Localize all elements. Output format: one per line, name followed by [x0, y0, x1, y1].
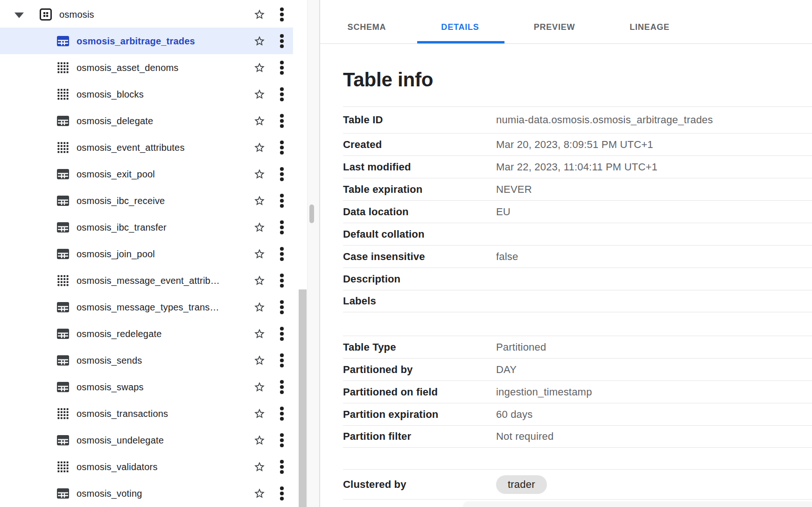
star-button[interactable]	[253, 62, 266, 74]
tree-row-table[interactable]: osmosis_ibc_transfer	[0, 214, 293, 240]
star-button[interactable]	[253, 168, 266, 180]
table-label: osmosis_ibc_transfer	[77, 222, 167, 232]
star-button[interactable]	[253, 88, 266, 100]
info-row: Default collation	[343, 223, 812, 245]
info-label: Default collation	[343, 228, 496, 240]
star-button[interactable]	[253, 35, 266, 47]
tree-row-table[interactable]: osmosis_ibc_receive	[0, 187, 293, 214]
tree-row-table[interactable]: osmosis_sends	[0, 347, 293, 373]
info-value: false	[496, 251, 812, 263]
more-actions-button[interactable]	[276, 113, 287, 129]
more-actions-button[interactable]	[276, 33, 287, 49]
table-label: osmosis_sends	[77, 355, 142, 366]
explorer-tree: osmosis osmosis_arbitrage_tradesosmosis_…	[0, 1, 293, 507]
star-button[interactable]	[253, 301, 266, 313]
dataset-label: osmosis	[59, 9, 94, 20]
star-button[interactable]	[253, 408, 266, 420]
info-label: Last modified	[343, 161, 496, 173]
info-value: Not required	[496, 430, 812, 443]
table-icon	[56, 35, 70, 47]
info-label: Partition filter	[343, 430, 496, 443]
more-actions-button[interactable]	[276, 193, 287, 209]
table-label: osmosis_message_event_attrib…	[77, 275, 220, 286]
more-actions-button[interactable]	[276, 219, 287, 235]
tab-bar-border	[320, 43, 812, 44]
info-value: Partitioned	[496, 341, 812, 353]
tree-row-table[interactable]: osmosis_transactions	[0, 400, 293, 427]
tree-row-table[interactable]: osmosis_undelegate	[0, 427, 293, 453]
expand-arrow-icon[interactable]	[14, 12, 24, 18]
more-actions-button[interactable]	[276, 432, 287, 448]
tab-details[interactable]: DETAILS	[441, 19, 479, 35]
partitioned-table-icon	[56, 88, 70, 100]
more-actions-button[interactable]	[276, 140, 287, 155]
table-label: osmosis_redelegate	[77, 328, 162, 339]
table-info-section: Table IDnumia-data.osmosis.osmosis_arbit…	[343, 106, 812, 312]
star-button[interactable]	[253, 381, 266, 393]
star-button[interactable]	[253, 434, 266, 446]
info-row: Partition filterNot required	[343, 425, 812, 448]
tree-row-table[interactable]: osmosis_redelegate	[0, 320, 293, 347]
table-icon	[56, 434, 70, 446]
star-button[interactable]	[253, 8, 266, 21]
more-actions-button[interactable]	[276, 60, 287, 76]
info-value: 60 days	[496, 408, 812, 421]
star-button[interactable]	[253, 275, 266, 287]
dataset-row-osmosis[interactable]: osmosis	[0, 1, 293, 28]
more-actions-button[interactable]	[276, 273, 287, 289]
star-button[interactable]	[253, 354, 266, 366]
star-button[interactable]	[253, 461, 266, 473]
info-row: Description	[343, 268, 812, 290]
info-label: Table expiration	[343, 183, 496, 196]
more-actions-button[interactable]	[276, 379, 287, 395]
tab-preview[interactable]: PREVIEW	[534, 19, 575, 35]
tree-row-table[interactable]: osmosis_asset_denoms	[0, 54, 293, 81]
more-actions-button[interactable]	[276, 86, 287, 102]
cluster-info-section: Clustered bytrader	[343, 469, 812, 500]
partitioned-table-icon	[56, 275, 70, 287]
star-button[interactable]	[253, 248, 266, 260]
table-icon	[56, 328, 70, 340]
partitioned-table-icon	[56, 141, 70, 154]
more-actions-button[interactable]	[276, 486, 287, 501]
table-label: osmosis_join_pool	[77, 248, 155, 259]
star-button[interactable]	[253, 195, 266, 207]
tab-lineage[interactable]: LINEAGE	[630, 19, 670, 35]
tree-row-table[interactable]: osmosis_event_attributes	[0, 134, 293, 161]
more-actions-button[interactable]	[276, 166, 287, 182]
dataset-icon	[39, 7, 53, 21]
more-actions-button[interactable]	[276, 352, 287, 368]
star-button[interactable]	[253, 221, 266, 233]
more-actions-button[interactable]	[276, 406, 287, 422]
star-button[interactable]	[253, 487, 266, 500]
table-icon	[56, 195, 70, 207]
tree-row-table[interactable]: osmosis_exit_pool	[0, 161, 293, 187]
tree-row-table[interactable]: osmosis_message_types_trans…	[0, 294, 293, 320]
info-label: Labels	[343, 295, 496, 307]
info-row: Partitioned on fieldingestion_timestamp	[343, 380, 812, 403]
star-button[interactable]	[253, 141, 266, 154]
more-actions-button[interactable]	[276, 459, 287, 475]
sidebar-scrollbar-thumb[interactable]	[299, 289, 307, 507]
more-actions-button[interactable]	[276, 326, 287, 342]
star-button[interactable]	[253, 328, 266, 340]
tree-row-table[interactable]: osmosis_arbitrage_trades	[0, 28, 293, 54]
info-row: Partition expiration60 days	[343, 403, 812, 425]
more-actions-button[interactable]	[276, 246, 287, 262]
info-row: Partitioned byDAY	[343, 358, 812, 380]
tree-row-table[interactable]: osmosis_join_pool	[0, 240, 293, 267]
more-actions-button[interactable]	[276, 299, 287, 315]
tree-row-table[interactable]: osmosis_validators	[0, 453, 293, 480]
info-value: ingestion_timestamp	[496, 386, 812, 398]
tree-row-table[interactable]: osmosis_voting	[0, 480, 293, 507]
star-button[interactable]	[253, 115, 266, 127]
tree-row-table[interactable]: osmosis_swaps	[0, 373, 293, 400]
more-actions-button[interactable]	[276, 7, 287, 22]
tree-row-table[interactable]: osmosis_blocks	[0, 81, 293, 107]
table-label: osmosis_delegate	[77, 115, 153, 126]
tab-schema[interactable]: SCHEMA	[348, 19, 386, 35]
tree-row-table[interactable]: osmosis_delegate	[0, 107, 293, 134]
scrollbar-thumb[interactable]	[309, 204, 314, 223]
info-row: Last modifiedMar 22, 2023, 11:04:11 PM U…	[343, 155, 812, 178]
tree-row-table[interactable]: osmosis_message_event_attrib…	[0, 267, 293, 294]
